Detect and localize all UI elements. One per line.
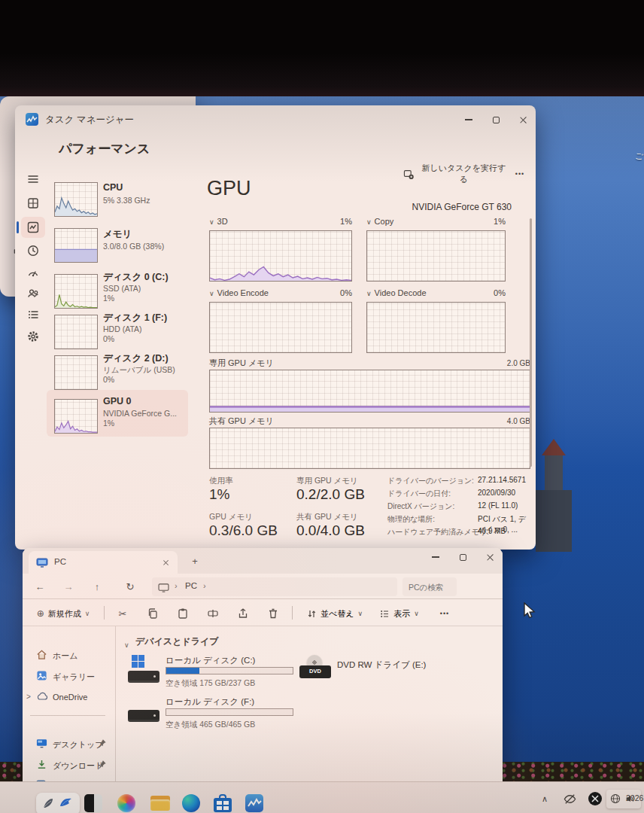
minimize-button[interactable]: [424, 550, 447, 565]
taskbar-app-bw-icon[interactable]: [84, 794, 102, 812]
stat-value: 0.2/2.0 GB: [296, 486, 365, 503]
wave-app-icon: [59, 796, 74, 811]
tab-close-icon[interactable]: [158, 556, 173, 569]
view-button[interactable]: 表示 ∨: [376, 604, 426, 623]
new-tab-button[interactable]: +: [187, 553, 203, 569]
share-icon[interactable]: [233, 604, 253, 623]
sort-arrows-icon: [307, 609, 317, 619]
drive-capacity-bar: [166, 667, 293, 674]
gpu-chart-3d: ∨3D 1%: [209, 217, 352, 283]
search-input[interactable]: [402, 577, 457, 596]
breadcrumb-pc[interactable]: PC: [185, 581, 197, 590]
shared-gpu-memory-chart: 共有 GPU メモリ 4.0 GB: [209, 416, 530, 470]
hard-drive-icon: [128, 671, 159, 683]
tab-title: PC: [54, 557, 66, 566]
chevron-down-icon[interactable]: ∨: [366, 218, 372, 226]
chart-value: 1%: [494, 217, 506, 226]
drive-name: ローカル ディスク (F:): [166, 696, 254, 708]
close-x-tray-icon[interactable]: [588, 792, 602, 805]
gpu-heading: GPU: [207, 177, 251, 200]
forward-icon[interactable]: →: [59, 578, 78, 595]
taskbar: ∧ 2026: [0, 781, 644, 813]
edge-app-icon[interactable]: [182, 794, 200, 812]
stat-label: GPU メモリ: [209, 512, 253, 522]
file-explorer-window: PC + ← → ↑ ↻ › PC ›: [23, 548, 503, 786]
dvd-drive-icon: DVD: [299, 665, 331, 678]
hard-drive-icon: [128, 710, 159, 722]
drive-free-space: 空き領域 175 GB/237 GB: [166, 678, 255, 689]
scrollbar[interactable]: [530, 218, 532, 467]
stat-label: ハードウェア予約済みメモリ:: [387, 527, 489, 537]
drive-dvd-item[interactable]: DVD DVD RW ドライブ (E:): [299, 655, 457, 694]
new-item-button[interactable]: ⊕ 新規作成 ∨: [30, 604, 99, 623]
cut-icon[interactable]: ✂: [113, 604, 132, 623]
gpu-panel: GPU NVIDIA GeForce GT 630 ∨3D 1% ∨Copy 1…: [15, 105, 536, 550]
stat-label: ドライバーのバージョン:: [387, 476, 474, 486]
explorer-sidebar: ホーム ギャラリー > OneDrive デスクトップ: [23, 626, 116, 786]
sidebar-label: OneDrive: [53, 693, 87, 702]
tray-date[interactable]: 2026: [626, 793, 643, 802]
sidebar-item-downloads[interactable]: ダウンロード: [23, 756, 116, 774]
taskbar-active-app-highlight[interactable]: [36, 793, 80, 813]
stat-label: 専用 GPU メモリ: [296, 476, 358, 486]
stat-label: 使用率: [209, 476, 233, 486]
chart-scale: 2.0 GB: [507, 359, 530, 367]
toolbar-more-button[interactable]: •••: [435, 606, 454, 621]
chevron-down-icon[interactable]: ∨: [366, 290, 372, 297]
breadcrumb[interactable]: › PC ›: [152, 577, 397, 596]
copy-icon[interactable]: [143, 604, 163, 623]
chevron-down-icon[interactable]: ∨: [209, 218, 214, 226]
store-app-icon[interactable]: [214, 794, 232, 812]
section-chevron-icon[interactable]: ∨: [124, 637, 132, 650]
file-explorer-app-icon[interactable]: [150, 794, 170, 812]
stat-value: 40.9 MB: [478, 527, 506, 535]
sidebar-item-onedrive[interactable]: > OneDrive: [23, 688, 116, 706]
chart-label: Video Decode: [375, 288, 427, 297]
stat-label: DirectX バージョン:: [387, 501, 454, 512]
sidebar-label: ギャラリー: [53, 671, 95, 683]
maximize-button[interactable]: [451, 550, 474, 565]
back-icon[interactable]: ←: [30, 578, 50, 595]
explorer-tabbar: PC +: [23, 548, 503, 574]
stat-value: 12 (FL 11.0): [478, 501, 518, 510]
close-button[interactable]: [478, 550, 501, 565]
chevron-down-icon: ∨: [357, 610, 363, 617]
pin-icon: [98, 760, 107, 769]
chart-value: 0%: [340, 288, 352, 297]
stat-value: 0.3/6.0 GB: [209, 522, 278, 539]
task-manager-app-icon[interactable]: [245, 794, 263, 812]
gpu-3d-chart: [210, 231, 351, 281]
sidebar-item-desktop[interactable]: デスクトップ: [23, 735, 116, 753]
delete-icon[interactable]: [263, 604, 283, 623]
view-label: 表示: [393, 608, 410, 620]
onedrive-cloud-icon: [36, 692, 48, 701]
tray-overflow-chevron-icon[interactable]: ∧: [536, 791, 554, 806]
chart-label: Video Encode: [217, 288, 269, 297]
paste-icon[interactable]: [173, 604, 193, 623]
expander-chevron-icon[interactable]: >: [26, 693, 31, 701]
chart-label: 専用 GPU メモリ: [209, 358, 274, 369]
rename-icon[interactable]: [203, 604, 223, 623]
stat-value: 1%: [209, 486, 229, 503]
photo-frame: ご タスク マネージャー: [0, 0, 644, 813]
sidebar-item-home[interactable]: ホーム: [23, 646, 116, 664]
drive-f-item[interactable]: ローカル ディスク (F:) 空き領域 465 GB/465 GB: [126, 696, 314, 735]
chevron-down-icon[interactable]: ∨: [209, 290, 214, 297]
drive-c-item[interactable]: ローカル ディスク (C:) 空き領域 175 GB/237 GB: [126, 655, 314, 694]
gpu-adapter-name: NVIDIA GeForce GT 630: [331, 202, 512, 212]
up-icon[interactable]: ↑: [87, 578, 107, 595]
copilot-app-icon[interactable]: [117, 794, 135, 812]
mouse-cursor: [522, 602, 539, 620]
explorer-toolbar: ⊕ 新規作成 ∨ ✂ 並べ替え: [23, 599, 503, 626]
sidebar-item-gallery[interactable]: ギャラリー: [23, 667, 116, 685]
globe-network-icon: [609, 793, 621, 805]
chart-label: 共有 GPU メモリ: [209, 416, 274, 427]
download-icon: [36, 759, 47, 770]
stat-value: 0.0/4.0 GB: [296, 522, 365, 539]
devices-section-title: デバイスとドライブ: [135, 635, 219, 648]
explorer-tab-pc[interactable]: PC: [29, 551, 178, 574]
sort-button[interactable]: 並べ替え ∨: [302, 604, 370, 623]
eye-hidden-tray-icon[interactable]: [563, 792, 577, 806]
refresh-icon[interactable]: ↻: [120, 578, 140, 595]
sidebar-label: ホーム: [53, 650, 78, 662]
